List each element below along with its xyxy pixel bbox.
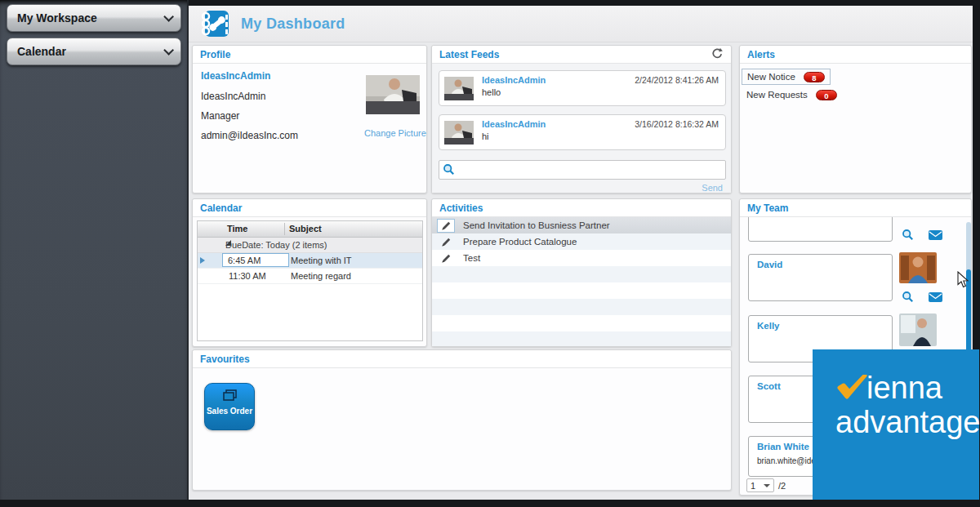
checkmark-icon <box>837 375 868 402</box>
feed-item: IdeasIncAdmin hi 3/16/2012 8:16:32 AM <box>439 114 726 150</box>
calendar-time-cell: 11:30 AM <box>229 271 266 281</box>
change-picture-link[interactable]: Change Picture <box>364 128 426 138</box>
page-select-dropdown[interactable]: 1 <box>746 478 774 492</box>
search-member-icon[interactable] <box>902 291 914 306</box>
favourites-panel: Favourites Sales Order <box>192 349 732 491</box>
team-member-name: Kelly <box>757 321 780 331</box>
feed-avatar <box>444 77 474 100</box>
group-label: DueDate: Today (2 items) <box>225 240 327 250</box>
alert-new-requests[interactable]: New Requests 0 <box>742 87 842 103</box>
pencil-icon[interactable] <box>437 235 455 249</box>
chevron-down-icon <box>163 45 174 56</box>
feed-author-link[interactable]: IdeasIncAdmin <box>482 119 546 129</box>
favourite-tile-label: Sales Order <box>207 407 252 416</box>
my-team-panel-title: My Team <box>740 199 971 217</box>
calendar-row-selected[interactable]: 6:45 AM Meeting with IT <box>198 253 422 269</box>
calendar-grid: Time Subject DueDate: Today (2 items) 6:… <box>197 220 423 341</box>
alert-count-badge: 0 <box>816 90 837 100</box>
profile-role: Manager <box>201 110 239 122</box>
page-total: /2 <box>778 481 786 491</box>
alert-count-badge: 8 <box>804 72 825 82</box>
profile-photo <box>366 75 420 114</box>
profile-username[interactable]: IdeasIncAdmin <box>201 70 270 82</box>
calendar-time-cell[interactable]: 6:45 AM <box>222 253 289 267</box>
sidebar-item-label: Calendar <box>17 45 66 58</box>
column-header-time[interactable]: Time <box>227 224 247 233</box>
team-member-card[interactable]: David <box>748 254 893 301</box>
profile-email: admin@iIdeasInc.com <box>201 130 298 141</box>
sidebar: My Workspace Calendar <box>0 0 189 500</box>
brand-word-advantage: advantage <box>835 405 980 440</box>
activity-row[interactable]: Prepare Product Catalogue <box>432 233 731 250</box>
column-divider <box>284 223 285 235</box>
calendar-subject-cell: Meeting regard <box>291 271 351 281</box>
activity-row[interactable]: Send Invitation to Busniess Partner <box>432 217 731 233</box>
calendar-group-row[interactable]: DueDate: Today (2 items) <box>198 238 422 253</box>
page-header: My Dashboard <box>189 6 973 42</box>
feed-message-input[interactable] <box>439 160 726 180</box>
pencil-icon[interactable] <box>437 219 455 233</box>
activity-row[interactable]: Test <box>432 250 731 266</box>
feed-timestamp: 2/24/2012 8:41:26 AM <box>635 75 719 85</box>
activities-panel: Activities Send Invitation to Busniess P… <box>431 198 732 347</box>
activity-label: Prepare Product Catalogue <box>463 237 577 247</box>
alerts-panel: Alerts New Notice 8 New Requests 0 <box>739 45 972 193</box>
mail-member-icon[interactable] <box>929 291 942 306</box>
vienna-advantage-logo: ienna advantage <box>813 349 979 500</box>
team-member-name: David <box>757 260 782 269</box>
activity-label: Test <box>463 253 480 263</box>
page-number: 1 <box>751 481 755 491</box>
profile-panel-title: Profile <box>193 46 426 64</box>
alerts-panel-title: Alerts <box>740 46 971 64</box>
team-member-card[interactable] <box>748 217 893 242</box>
calendar-panel-title: Calendar <box>193 199 426 217</box>
profile-display-name: IdeasIncAdmin <box>201 91 265 102</box>
alert-label: New Requests <box>746 90 808 100</box>
activity-label: Send Invitation to Busniess Partner <box>463 220 610 230</box>
dashboard-screen: My Workspace Calendar <box>0 0 980 507</box>
calendar-subject-cell: Meeting with IT <box>291 256 352 265</box>
scrollbar-track[interactable] <box>966 222 971 371</box>
favourite-tile-sales-order[interactable]: Sales Order <box>204 383 255 430</box>
team-member-photo <box>899 314 937 346</box>
window-icon <box>223 389 237 404</box>
calendar-panel: Calendar Time Subject DueDate: Today (2 … <box>192 198 427 347</box>
alert-new-notice[interactable]: New Notice 8 <box>742 69 831 85</box>
profile-panel: Profile IdeasIncAdmin IdeasIncAdmin Mana… <box>192 45 427 193</box>
feed-message: hi <box>482 131 489 141</box>
search-member-icon[interactable] <box>902 229 914 244</box>
row-indicator-icon <box>200 257 205 264</box>
team-member-photo <box>899 252 937 283</box>
favourites-panel-title: Favourites <box>193 350 731 368</box>
sidebar-item-calendar[interactable]: Calendar <box>7 38 181 65</box>
team-pagination: 1 /2 <box>746 478 786 492</box>
feed-timestamp: 3/16/2012 8:16:32 AM <box>635 119 719 129</box>
refresh-icon[interactable] <box>711 47 724 65</box>
brand-word-vienna: ienna <box>866 371 942 406</box>
feed-item: IdeasIncAdmin hello 2/24/2012 8:41:26 AM <box>439 70 726 106</box>
calendar-row[interactable]: 11:30 AM Meeting regard <box>198 269 422 284</box>
activities-panel-title: Activities <box>432 199 731 217</box>
chevron-down-icon <box>163 11 174 22</box>
pencil-icon[interactable] <box>437 251 455 265</box>
sidebar-item-label: My Workspace <box>17 11 97 24</box>
mouse-cursor <box>957 271 969 291</box>
mail-member-icon[interactable] <box>929 229 942 244</box>
column-header-subject[interactable]: Subject <box>289 224 322 233</box>
page-title: My Dashboard <box>241 6 345 42</box>
contact-book-icon <box>199 10 232 41</box>
feed-message: hello <box>482 87 501 97</box>
alert-label: New Notice <box>747 72 795 82</box>
search-icon <box>443 163 455 179</box>
latest-feeds-panel-title: Latest Feeds <box>439 49 499 60</box>
feed-author-link[interactable]: IdeasIncAdmin <box>482 75 546 85</box>
team-member-name: Scott <box>757 381 781 391</box>
team-member-name: Brian White <box>757 442 809 451</box>
latest-feeds-panel: Latest Feeds IdeasIncAdmin hello <box>431 45 732 193</box>
sidebar-item-my-workspace[interactable]: My Workspace <box>7 4 181 32</box>
chevron-down-icon <box>764 484 770 487</box>
feed-avatar <box>444 121 474 145</box>
send-button[interactable]: Send <box>702 183 723 193</box>
